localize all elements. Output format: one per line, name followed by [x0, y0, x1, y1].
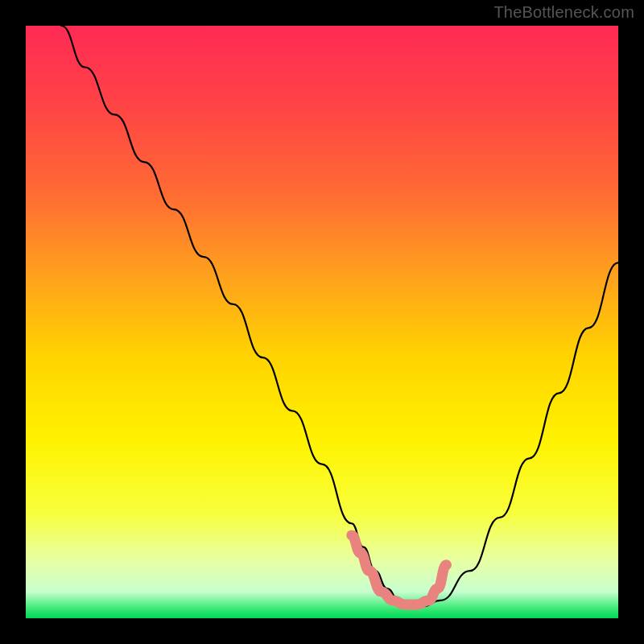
chart-plot-layer — [26, 26, 618, 618]
bottleneck-chart — [26, 26, 618, 618]
bottleneck-curve — [61, 26, 618, 606]
optimal-range-marker — [352, 535, 447, 605]
attribution-text: TheBottleneck.com — [493, 3, 634, 22]
